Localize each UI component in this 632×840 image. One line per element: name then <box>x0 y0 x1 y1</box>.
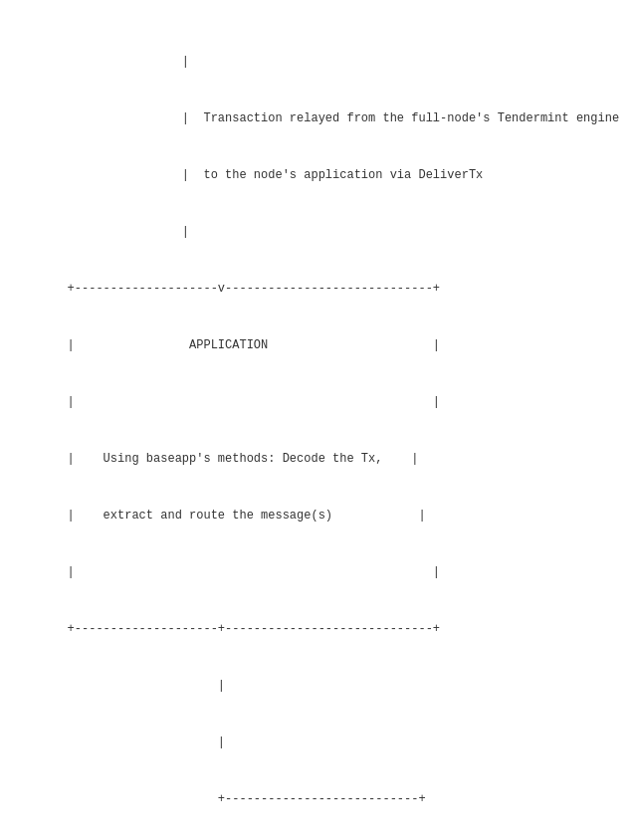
diagram-line-6: | APPLICATION | <box>10 336 622 355</box>
diagram-line-5: +--------------------v------------------… <box>10 280 622 299</box>
diagram-line-13: | <box>10 734 622 752</box>
diagram-line-12: | <box>10 677 622 696</box>
diagram-line-11: +--------------------+------------------… <box>10 620 622 639</box>
diagram-line-8: | Using baseapp's methods: Decode the Tx… <box>10 450 622 469</box>
diagram-line-4: | <box>10 223 622 242</box>
diagram-line-10: | | <box>10 563 622 582</box>
diagram-line-3: | to the node's application via DeliverT… <box>10 166 622 185</box>
diagram-line-9: | extract and route the message(s) | <box>10 507 622 525</box>
diagram-container: | | Transaction relayed from the full-no… <box>0 10 632 840</box>
diagram-line-2: | Transaction relayed from the full-node… <box>10 109 622 128</box>
diagram-line-1: | <box>10 53 622 72</box>
diagram-line-7: | | <box>10 393 622 412</box>
diagram-line-14: +---------------------------+ <box>10 790 622 809</box>
